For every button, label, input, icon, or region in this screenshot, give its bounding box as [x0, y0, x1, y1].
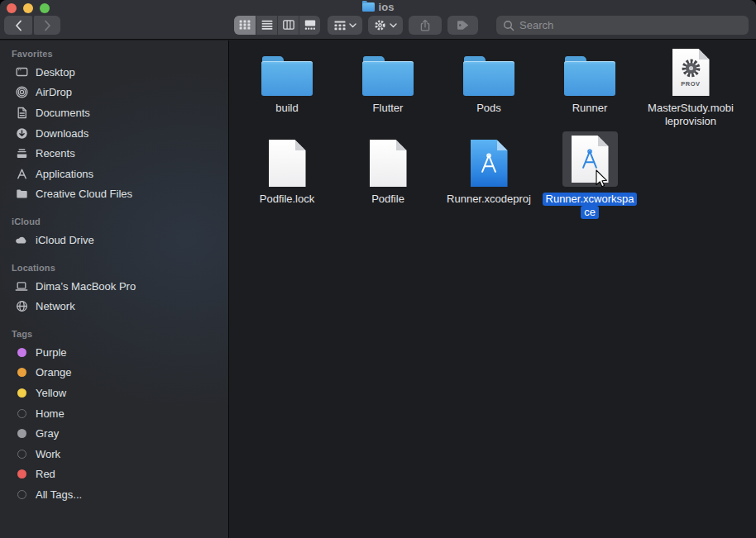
sidebar-item-label: Gray: [36, 427, 59, 440]
sidebar-item-label: Creative Cloud Files: [36, 188, 132, 200]
sidebar-item-gray[interactable]: Gray: [0, 423, 228, 444]
file-item-podfile[interactable]: Podfile: [337, 139, 438, 225]
tag-dot-icon: [17, 388, 26, 398]
view-mode-column-view[interactable]: [277, 16, 299, 35]
column-view-icon: [283, 18, 294, 33]
recents-icon: [16, 147, 28, 159]
documents-icon: [16, 107, 28, 119]
chevron-down-icon: [390, 23, 397, 28]
sidebar-item-label: Red: [36, 468, 55, 480]
file-label-line: Pods: [476, 102, 501, 115]
back-button[interactable]: [4, 16, 32, 35]
folder-icon: [564, 56, 615, 96]
view-mode-icon-view[interactable]: [234, 16, 256, 35]
tag-dot-icon: [17, 450, 26, 459]
view-mode-switcher: [234, 16, 320, 35]
list-view-icon: [261, 18, 273, 33]
sidebar-section-header: Tags: [0, 326, 228, 342]
provisioning-profile-icon: PROV: [672, 49, 710, 96]
file-label-line: ce: [543, 206, 638, 219]
downloads-icon: [16, 127, 28, 140]
sidebar-item-label: iCloud Drive: [36, 234, 94, 246]
share-button[interactable]: [409, 16, 442, 35]
file-label: Runner: [572, 102, 608, 115]
sidebar-item-desktop[interactable]: Desktop: [0, 62, 228, 83]
airdrop-icon: [16, 86, 28, 98]
share-icon: [419, 19, 431, 32]
tag-dot-icon: [17, 348, 26, 357]
view-mode-gallery-view[interactable]: [299, 16, 320, 35]
sidebar-item-label: Yellow: [36, 387, 66, 399]
sidebar-section-header: Locations: [0, 259, 228, 276]
sidebar-item-purple[interactable]: Purple: [0, 342, 228, 363]
sidebar-item-dima-s-macbook-pro[interactable]: Dima’s MacBook Pro: [0, 276, 228, 297]
xcode-project-icon: [471, 140, 508, 187]
sidebar: FavoritesDesktopAirDropDocumentsDownload…: [0, 40, 229, 538]
sidebar-item-home[interactable]: Home: [0, 403, 228, 424]
sidebar-section-tags: TagsPurpleOrangeYellowHomeGrayWorkRedAll…: [0, 326, 228, 505]
chevron-left-icon: [15, 20, 22, 31]
sidebar-item-work[interactable]: Work: [0, 444, 228, 464]
group-button[interactable]: [328, 16, 362, 35]
toolbar: ios: [0, 0, 756, 40]
sidebar-item-recents[interactable]: Recents: [0, 143, 228, 164]
tag-dot-icon: [17, 469, 26, 478]
sidebar-item-network[interactable]: Network: [0, 296, 228, 317]
forward-button[interactable]: [34, 16, 60, 35]
sidebar-item-orange[interactable]: Orange: [0, 363, 228, 383]
sidebar-item-label: Recents: [36, 147, 75, 159]
xcode-workspace-icon: [572, 136, 609, 183]
finder-window: ios FavoritesDesktopAirDropDocumen: [0, 0, 756, 538]
file-label: Podfile.lock: [260, 193, 314, 206]
gallery-view-icon: [304, 18, 316, 33]
tag-dot-icon: [17, 409, 26, 418]
sidebar-item-creative-cloud-files[interactable]: Creative Cloud Files: [0, 184, 228, 205]
sidebar-item-downloads[interactable]: Downloads: [0, 123, 228, 144]
search-icon: [503, 20, 514, 31]
file-browser-content[interactable]: build Flutter Pods RunnerPROV MasterStud…: [230, 40, 756, 538]
sidebar-item-icloud-drive[interactable]: iCloud Drive: [0, 230, 228, 250]
cloud-icon: [15, 234, 28, 246]
sidebar-item-all-tags[interactable]: All Tags...: [0, 484, 228, 505]
search-field[interactable]: [496, 16, 749, 35]
document-icon: [269, 140, 306, 187]
file-item-runner-xcodeproj[interactable]: Runner.xcodeproj: [438, 139, 539, 225]
file-label-line: Podfile.lock: [260, 193, 314, 206]
file-item-runner-xcworkspace[interactable]: Runner.xcworkspace: [539, 139, 640, 225]
file-item-build[interactable]: build: [237, 48, 337, 134]
file-item-masterstudy-mobileprovision[interactable]: PROV MasterStudy.mobileprovision: [640, 48, 741, 134]
tag-dot-icon: [17, 368, 26, 377]
folder-icon: [463, 56, 514, 96]
sidebar-item-label: Orange: [36, 366, 71, 379]
sidebar-item-documents[interactable]: Documents: [0, 102, 228, 123]
action-button[interactable]: [368, 16, 403, 35]
applications-icon: [16, 168, 28, 180]
window-title-text: ios: [379, 1, 395, 13]
sidebar-item-label: Downloads: [36, 127, 89, 140]
sidebar-section-favorites: FavoritesDesktopAirDropDocumentsDownload…: [0, 45, 228, 204]
chevron-right-icon: [44, 20, 51, 31]
file-item-podfile-lock[interactable]: Podfile.lock: [237, 139, 337, 225]
sidebar-section-header: iCloud: [0, 213, 228, 230]
search-input[interactable]: [514, 16, 749, 35]
sidebar-item-yellow[interactable]: Yellow: [0, 383, 228, 403]
gear-seal-icon: [680, 57, 702, 79]
file-item-runner[interactable]: Runner: [539, 48, 640, 134]
tag-icon: [456, 20, 470, 31]
sidebar-item-applications[interactable]: Applications: [0, 164, 228, 184]
sidebar-item-airdrop[interactable]: AirDrop: [0, 83, 228, 103]
sidebar-item-label: Applications: [36, 168, 93, 180]
sidebar-item-red[interactable]: Red: [0, 464, 228, 485]
file-label-line: build: [275, 102, 298, 115]
sidebar-item-label: AirDrop: [36, 86, 72, 98]
tag-button[interactable]: [447, 16, 478, 35]
view-mode-list-view[interactable]: [256, 16, 277, 35]
file-item-flutter[interactable]: Flutter: [337, 48, 438, 134]
sidebar-section-icloud: iCloudiCloud Drive: [0, 213, 228, 250]
file-label-line: Podfile: [371, 193, 404, 206]
sidebar-item-label: Dima’s MacBook Pro: [36, 280, 136, 293]
group-icon: [334, 21, 346, 31]
file-item-pods[interactable]: Pods: [438, 48, 539, 134]
sidebar-item-label: Home: [36, 407, 65, 420]
folder-icon: [362, 56, 414, 96]
